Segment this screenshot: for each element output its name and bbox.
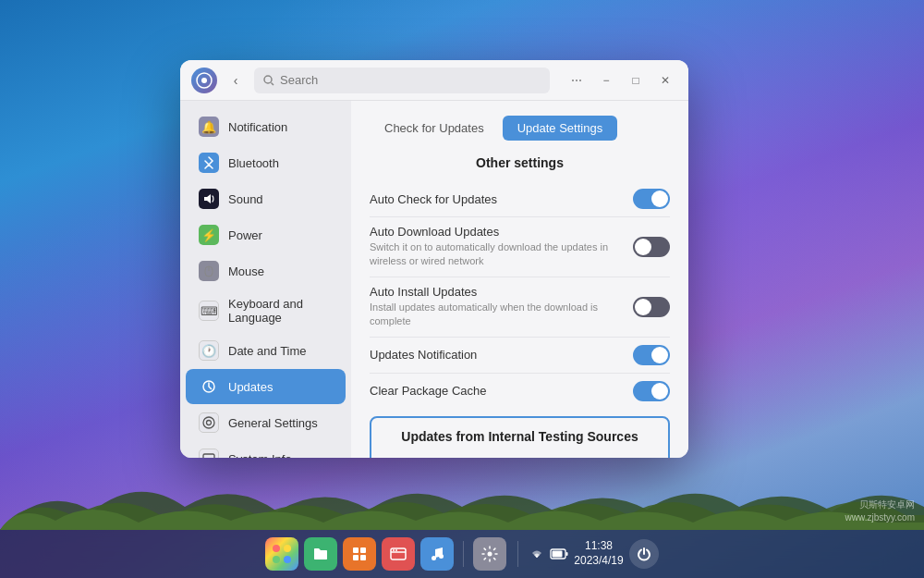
sidebar: 🔔 Notification Bluetooth Sou [180,101,351,458]
sidebar-item-datetime[interactable]: 🕐 Date and Time [186,333,346,368]
tab-update-settings[interactable]: Update Settings [503,116,618,141]
sidebar-label-general: General Settings [228,416,318,430]
power-icon: ⚡ [199,225,219,245]
taskbar: 11:38 2023/4/19 [0,530,924,578]
svg-point-7 [207,421,212,425]
taskbar-center-separator [517,541,518,567]
datetime-icon: 🕐 [199,340,219,361]
setting-auto-check: Auto Check for Updates [370,181,670,217]
sidebar-item-mouse[interactable]: Mouse [186,253,346,289]
close-button[interactable]: ✕ [653,68,677,92]
search-input[interactable] [280,73,541,87]
main-content: Check for Updates Update Settings Other … [351,101,688,458]
svg-point-8 [203,417,214,428]
sidebar-label-keyboard: Keyboard and Language [228,297,333,325]
mouse-icon [199,261,219,281]
auto-install-desc: Install updates automatically when the d… [370,301,622,329]
svg-point-2 [264,76,272,83]
window-controls: ⋯ − □ ✕ [565,68,677,92]
svg-point-22 [393,549,395,551]
auto-download-toggle[interactable] [633,237,670,257]
svg-rect-18 [353,555,359,560]
sidebar-item-general[interactable]: General Settings [186,405,346,440]
svg-point-12 [273,545,280,552]
sidebar-label-notification: Notification [228,120,287,134]
sidebar-item-sound[interactable]: Sound [186,181,346,216]
taskbar-settings-icon[interactable] [473,537,506,571]
sidebar-item-updates[interactable]: Updates [186,369,346,404]
minimize-button[interactable]: − [594,68,618,92]
maximize-button[interactable]: □ [624,68,648,92]
testing-title: Updates from Internal Testing Sources [384,429,655,444]
taskbar-browser-icon[interactable] [382,537,415,571]
clear-cache-label: Clear Package Cache [370,384,486,398]
testing-box: Updates from Internal Testing Sources In… [370,416,670,458]
svg-rect-19 [360,555,366,560]
svg-line-3 [272,82,274,85]
taskbar-music-icon[interactable] [420,537,454,571]
svg-rect-17 [360,547,366,553]
sidebar-label-sysinfo: System Info [228,452,292,459]
taskbar-files-icon[interactable] [304,537,337,571]
power-button[interactable] [629,539,659,569]
titlebar: ‹ ⋯ − □ ✕ [180,60,688,101]
sidebar-label-bluetooth: Bluetooth [228,156,279,170]
svg-point-14 [273,556,280,563]
sidebar-item-keyboard[interactable]: ⌨ Keyboard and Language [186,289,346,332]
taskbar-system: 11:38 2023/4/19 [529,539,658,569]
watermark: 贝斯特安卓网 www.zjbstyy.com [845,498,915,524]
taskbar-time: 11:38 2023/4/19 [574,539,623,568]
section-title: Other settings [370,155,670,170]
sidebar-item-bluetooth[interactable]: Bluetooth [186,145,346,180]
sound-icon [199,189,219,209]
svg-rect-29 [553,551,563,558]
network-icon [529,547,544,561]
notification-label: Updates Notification [370,348,477,362]
taskbar-separator [463,541,464,567]
sidebar-item-notification[interactable]: 🔔 Notification [186,109,346,144]
setting-clear-cache: Clear Package Cache [370,374,670,409]
sidebar-label-mouse: Mouse [228,264,264,278]
menu-button[interactable]: ⋯ [565,68,589,92]
taskbar-rainbow-icon[interactable] [265,537,298,571]
auto-install-toggle[interactable] [633,297,670,317]
app-avatar [191,68,217,93]
back-button[interactable]: ‹ [225,69,247,92]
tab-row: Check for Updates Update Settings [370,116,670,141]
sidebar-label-datetime: Date and Time [228,344,307,358]
svg-point-25 [439,554,444,559]
grass-decoration [0,474,924,530]
setting-notification: Updates Notification [370,338,670,374]
bluetooth-icon [199,153,219,173]
svg-point-23 [395,549,397,551]
taskbar-apps-icon[interactable] [343,537,376,571]
svg-point-15 [284,556,291,563]
internal-channel-row: Internal testing channel: [384,453,655,458]
search-bar[interactable] [254,68,550,93]
svg-rect-28 [566,552,568,556]
auto-check-toggle[interactable] [633,189,670,209]
auto-download-label: Auto Download Updates [370,225,622,239]
taskbar-icons [265,537,506,571]
clear-cache-toggle[interactable] [633,381,670,401]
notification-toggle[interactable] [633,345,670,365]
tab-check-updates[interactable]: Check for Updates [370,116,499,141]
sysinfo-icon [199,449,219,458]
setting-auto-install: Auto Install Updates Install updates aut… [370,277,670,338]
sidebar-item-power[interactable]: ⚡ Power [186,217,346,252]
svg-point-26 [488,552,492,557]
auto-download-desc: Switch it on to automatically download t… [370,240,622,269]
notification-icon: 🔔 [199,117,219,137]
sidebar-label-sound: Sound [228,192,263,206]
window-body: 🔔 Notification Bluetooth Sou [180,101,688,458]
auto-install-label: Auto Install Updates [370,285,622,299]
battery-icon [550,547,568,560]
sidebar-item-sysinfo[interactable]: System Info [186,441,346,458]
svg-rect-9 [203,454,214,458]
updates-icon [199,376,219,397]
auto-check-label: Auto Check for Updates [370,192,497,206]
search-icon [263,75,274,86]
settings-list: Auto Check for Updates Auto Download Upd… [370,181,670,409]
settings-window: ‹ ⋯ − □ ✕ 🔔 Notification [180,60,688,458]
svg-point-1 [201,78,207,83]
